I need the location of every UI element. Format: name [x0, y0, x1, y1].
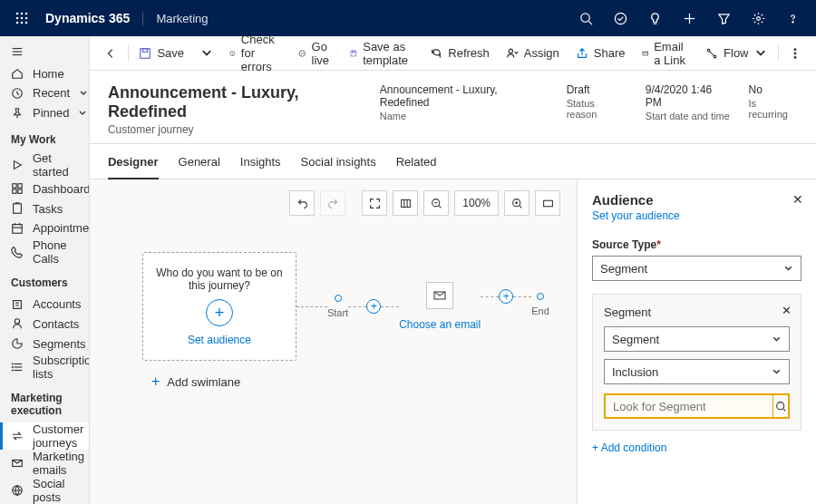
nav-recent[interactable]: Recent	[0, 83, 89, 103]
nav-appointments-label: Appointments	[33, 221, 90, 235]
svg-point-15	[792, 21, 792, 22]
nav-accounts[interactable]: Accounts	[0, 295, 89, 315]
refresh-button[interactable]: Refresh	[423, 40, 497, 67]
nav-dashboards-label: Dashboards	[33, 182, 90, 196]
map-button[interactable]	[393, 190, 418, 216]
chevron-down-icon	[772, 334, 782, 344]
svg-point-54	[794, 53, 796, 54]
add-node-button[interactable]: +	[366, 299, 381, 314]
fit-button[interactable]	[362, 190, 387, 216]
add-swimlane-button[interactable]: +Add swimlane	[151, 373, 240, 390]
email-node[interactable]	[426, 282, 453, 309]
fullscreen-button[interactable]	[535, 190, 560, 216]
module-name[interactable]: Marketing	[142, 12, 208, 25]
add-audience-button[interactable]: +	[206, 299, 233, 326]
email-link-button[interactable]: Email a Link	[635, 40, 697, 67]
save-dropdown[interactable]	[193, 40, 220, 67]
settings-icon[interactable]	[742, 0, 774, 36]
svg-rect-42	[143, 48, 148, 52]
assign-button[interactable]: Assign	[499, 40, 567, 67]
nav-social-label: Social posts	[33, 477, 80, 504]
zoom-level[interactable]: 100%	[454, 190, 499, 216]
zoom-out-button[interactable]	[423, 190, 449, 216]
app-launcher[interactable]	[7, 0, 36, 36]
nav-home[interactable]: Home	[0, 63, 89, 83]
set-audience-link[interactable]: Set audience	[188, 334, 251, 346]
svg-rect-66	[543, 200, 552, 207]
end-node	[537, 293, 544, 300]
source-type-select[interactable]: Segment	[592, 256, 801, 281]
meta-name: Announcement - Luxury, Redefined	[380, 83, 549, 109]
chevron-down-icon	[783, 264, 793, 274]
remove-segment-button[interactable]: ✕	[782, 304, 792, 317]
svg-point-36	[12, 363, 13, 364]
svg-rect-24	[14, 204, 22, 214]
meta-start: 9/4/2020 1:46 PM	[646, 83, 731, 109]
svg-point-38	[12, 370, 13, 371]
add-icon[interactable]	[673, 0, 705, 36]
check-errors-button[interactable]: Check for errors	[222, 40, 289, 67]
add-condition-link[interactable]: + Add condition	[592, 441, 801, 454]
choose-email-link[interactable]: Choose an email	[399, 318, 481, 331]
save-button[interactable]: Save	[131, 40, 191, 67]
segment-search-button[interactable]	[772, 393, 790, 419]
segment-select[interactable]: Segment	[604, 326, 790, 352]
svg-point-6	[16, 22, 19, 24]
save-template-button[interactable]: Save as template	[343, 40, 421, 67]
nav-appointments[interactable]: Appointments	[0, 218, 89, 238]
meta-status: Draft	[567, 83, 627, 96]
segment-block-label: Segment	[604, 305, 790, 319]
filter-icon[interactable]	[707, 0, 740, 36]
nav-dashboards[interactable]: Dashboards	[0, 179, 89, 199]
back-button[interactable]	[97, 40, 124, 67]
search-icon[interactable]	[569, 0, 602, 36]
nav-phone[interactable]: Phone Calls	[0, 238, 89, 266]
svg-point-4	[21, 17, 24, 20]
close-panel-button[interactable]: ✕	[792, 192, 803, 207]
menu-toggle[interactable]	[0, 40, 89, 63]
svg-point-49	[509, 49, 512, 53]
add-node-button-2[interactable]: +	[499, 289, 513, 304]
nav-pinned[interactable]: Pinned	[0, 103, 89, 123]
nav-sublists[interactable]: Subscription lists	[0, 354, 89, 381]
go-live-button[interactable]: Go live	[291, 40, 342, 67]
nav-segments[interactable]: Segments	[0, 334, 89, 354]
svg-point-37	[12, 367, 13, 368]
nav-social[interactable]: Social posts	[0, 477, 89, 504]
task-icon[interactable]	[604, 0, 636, 36]
undo-button[interactable]	[289, 190, 315, 216]
nav-contacts-label: Contacts	[33, 317, 79, 331]
lightbulb-icon[interactable]	[638, 0, 671, 36]
panel-subtitle[interactable]: Set your audience	[592, 209, 801, 222]
nav-home-label: Home	[33, 67, 64, 81]
share-button[interactable]: Share	[568, 40, 633, 67]
nav-segments-label: Segments	[33, 337, 86, 351]
svg-rect-29	[14, 300, 22, 308]
tab-general[interactable]: General	[179, 155, 220, 179]
help-icon[interactable]	[776, 0, 809, 36]
svg-rect-41	[141, 48, 151, 58]
inclusion-select[interactable]: Inclusion	[604, 359, 790, 384]
zoom-in-button[interactable]	[504, 190, 529, 216]
audience-tile[interactable]: Who do you want to be on this journey? +…	[142, 252, 296, 361]
nav-recent-label: Recent	[33, 86, 70, 100]
svg-point-14	[756, 16, 760, 20]
nav-contacts[interactable]: Contacts	[0, 314, 89, 334]
tab-related[interactable]: Related	[396, 155, 437, 179]
nav-getstarted-label: Get started	[33, 151, 80, 179]
redo-button[interactable]	[320, 190, 345, 216]
flow-button[interactable]: Flow	[698, 40, 773, 67]
svg-point-8	[25, 22, 28, 24]
tab-social[interactable]: Social insights	[301, 155, 376, 179]
nav-journeys[interactable]: Customer journeys	[0, 422, 89, 450]
tab-insights[interactable]: Insights	[240, 155, 281, 179]
nav-getstarted[interactable]: Get started	[0, 151, 89, 179]
svg-point-9	[580, 13, 588, 21]
chevron-down-icon	[772, 367, 782, 377]
tab-designer[interactable]: Designer	[108, 155, 159, 179]
nav-memails[interactable]: Marketing emails	[0, 450, 89, 477]
segment-search-input[interactable]	[604, 393, 772, 419]
nav-tasks[interactable]: Tasks	[0, 199, 89, 218]
page-title: Announcement - Luxury, Redefined	[108, 83, 380, 121]
overflow-button[interactable]	[782, 40, 809, 67]
